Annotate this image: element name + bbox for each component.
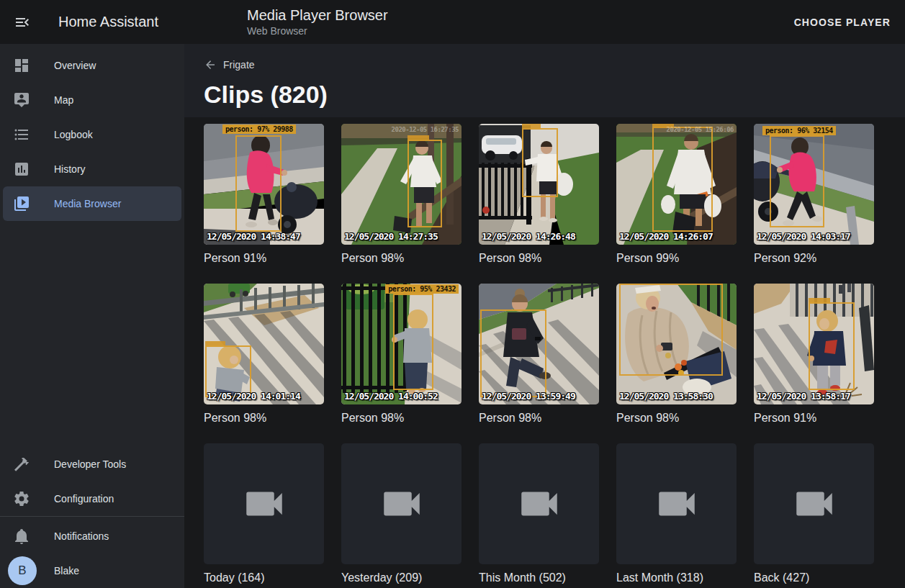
clip-thumbnail: 12/05/2020 13:58:30 <box>616 284 737 404</box>
clip-card[interactable]: 2020-12-05 15:26:06 12/05/2020 14:26:07 … <box>616 124 737 265</box>
clip-card[interactable]: person: 95% 23432 12/05/2020 14:00:52 Pe… <box>341 284 461 425</box>
clip-card[interactable]: person: 97% 29988 12/05/2020 14:38:47 Pe… <box>204 124 324 265</box>
clip-card[interactable]: 12/05/2020 13:58:30 Person 98% <box>616 284 737 425</box>
video-camera-icon <box>515 480 563 528</box>
avatar: B <box>8 556 37 585</box>
clip-caption: Person 98% <box>616 411 737 425</box>
detection-label-small <box>408 135 429 140</box>
clip-caption: Person 99% <box>616 251 737 265</box>
breadcrumb-label: Frigate <box>223 59 255 71</box>
sidebar-item-label: Notifications <box>54 530 109 542</box>
timestamp-overlay: 12/05/2020 14:26:48 <box>482 231 575 242</box>
app-bar: Home Assistant Media Player Browser Web … <box>0 0 905 44</box>
clip-caption: Person 91% <box>204 251 324 265</box>
clip-thumbnail: person: 96% 32154 12/05/2020 14:03:17 <box>754 124 874 245</box>
detection-bbox <box>393 294 433 390</box>
timestamp-overlay: 12/05/2020 14:26:07 <box>619 231 713 242</box>
camera-timestamp-faint: 2020-12-05 16:27:35 <box>392 126 459 133</box>
sidebar-item-user-profile[interactable]: B Blake <box>0 553 184 588</box>
detection-bbox <box>408 140 442 227</box>
hammer-icon <box>13 456 30 473</box>
sidebar-item-map[interactable]: Map <box>0 83 184 117</box>
media-grid: person: 97% 29988 12/05/2020 14:38:47 Pe… <box>184 117 905 588</box>
detection-bbox <box>809 302 855 390</box>
sidebar-bottom-section: Notifications B Blake <box>0 516 184 588</box>
folder-thumbnail <box>754 443 874 564</box>
sidebar-item-media-browser[interactable]: Media Browser <box>3 186 181 221</box>
sidebar-item-developer-tools[interactable]: Developer Tools <box>0 447 184 481</box>
folder-card-back[interactable]: Back (427) <box>754 443 874 584</box>
choose-player-button[interactable]: CHOOSE PLAYER <box>783 9 902 35</box>
clip-thumbnail: person: 97% 29988 12/05/2020 14:38:47 <box>204 124 324 245</box>
clip-caption: Person 98% <box>341 251 461 265</box>
timestamp-overlay: 12/05/2020 13:58:17 <box>757 391 850 402</box>
clip-card[interactable]: 12/05/2020 14:26:48 Person 98% <box>479 124 599 265</box>
gear-icon <box>13 490 30 507</box>
folder-thumbnail <box>341 443 461 564</box>
sidebar-spacer <box>0 221 184 447</box>
menu-open-icon <box>14 14 31 31</box>
folder-thumbnail <box>479 443 599 564</box>
folder-card-yesterday[interactable]: Yesterday (209) <box>341 443 461 584</box>
timestamp-overlay: 12/05/2020 13:58:30 <box>619 391 713 402</box>
detection-bbox <box>770 135 824 227</box>
timestamp-overlay: 12/05/2020 14:03:17 <box>757 231 850 242</box>
clip-card[interactable]: 12/05/2020 13:59:49 Person 98% <box>479 284 599 425</box>
clip-caption: Person 91% <box>754 411 874 425</box>
folder-caption: Last Month (318) <box>616 571 737 584</box>
folder-caption: Yesterday (209) <box>341 571 461 584</box>
clip-thumbnail: 2020-12-05 15:26:06 12/05/2020 14:26:07 <box>616 124 737 245</box>
clip-card[interactable]: 2020-12-05 16:27:35 12/05/2020 14:27:35 … <box>341 124 461 265</box>
clip-caption: Person 98% <box>341 411 461 425</box>
folder-card-last-month[interactable]: Last Month (318) <box>616 443 737 584</box>
sidebar-item-logbook[interactable]: Logbook <box>0 117 184 152</box>
app-bar-left: Home Assistant <box>0 13 184 32</box>
clip-thumbnail: 12/05/2020 14:01:14 <box>204 284 324 404</box>
sidebar-item-history[interactable]: History <box>0 152 184 186</box>
clip-scene-image <box>341 124 461 245</box>
media-browser-icon <box>13 195 30 212</box>
clip-card[interactable]: person: 96% 32154 12/05/2020 14:03:17 Pe… <box>754 124 874 265</box>
content-header: Frigate Clips (820) <box>184 44 905 117</box>
history-icon <box>13 160 30 178</box>
media-browser-content: Frigate Clips (820) <box>184 44 905 588</box>
folder-card-today[interactable]: Today (164) <box>204 443 324 584</box>
detection-bbox <box>652 127 713 232</box>
sidebar-item-label: History <box>54 163 86 175</box>
breadcrumb-back-frigate[interactable]: Frigate <box>204 58 255 71</box>
sidebar-toggle-button[interactable] <box>13 13 32 32</box>
bell-icon <box>13 528 30 545</box>
timestamp-overlay: 12/05/2020 13:59:49 <box>482 391 575 402</box>
clip-thumbnail: 2020-12-05 16:27:35 12/05/2020 14:27:35 <box>341 124 461 245</box>
video-camera-icon <box>378 480 426 528</box>
page-title: Clips (820) <box>204 80 886 109</box>
clip-thumbnail: 12/05/2020 13:58:17 <box>754 284 874 404</box>
clip-thumbnail: person: 95% 23432 12/05/2020 14:00:52 <box>341 284 461 404</box>
detection-label-small <box>522 124 541 128</box>
detection-bbox <box>205 345 251 397</box>
detection-bbox <box>235 135 282 232</box>
media-browser-title: Media Player Browser <box>247 6 388 24</box>
app-title: Home Assistant <box>58 14 158 30</box>
clip-caption: Person 98% <box>204 411 324 425</box>
clip-thumbnail: 12/05/2020 13:59:49 <box>479 284 599 404</box>
detection-bbox <box>522 128 558 197</box>
timestamp-overlay: 12/05/2020 14:00:52 <box>344 391 438 402</box>
sidebar-item-overview[interactable]: Overview <box>0 48 184 83</box>
sidebar-item-notifications[interactable]: Notifications <box>0 519 184 553</box>
folder-card-this-month[interactable]: This Month (502) <box>479 443 599 584</box>
media-player-browser-header: Media Player Browser Web Browser <box>247 6 388 37</box>
detection-label: person: 95% 23432 <box>385 284 459 294</box>
clip-card[interactable]: 12/05/2020 13:58:17 Person 91% <box>754 284 874 425</box>
clip-thumbnail: 12/05/2020 14:26:48 <box>479 124 599 245</box>
dashboard-icon <box>13 57 30 74</box>
user-name: Blake <box>54 565 79 576</box>
timestamp-overlay: 12/05/2020 14:38:47 <box>207 231 300 242</box>
clip-card[interactable]: 12/05/2020 14:01:14 Person 98% <box>204 284 324 425</box>
timestamp-overlay: 12/05/2020 14:01:14 <box>207 391 300 402</box>
arrow-left-icon <box>204 58 217 71</box>
folder-caption: Today (164) <box>204 571 324 584</box>
sidebar-item-configuration[interactable]: Configuration <box>0 481 184 516</box>
detection-bbox <box>619 284 723 376</box>
folder-thumbnail <box>204 443 324 564</box>
